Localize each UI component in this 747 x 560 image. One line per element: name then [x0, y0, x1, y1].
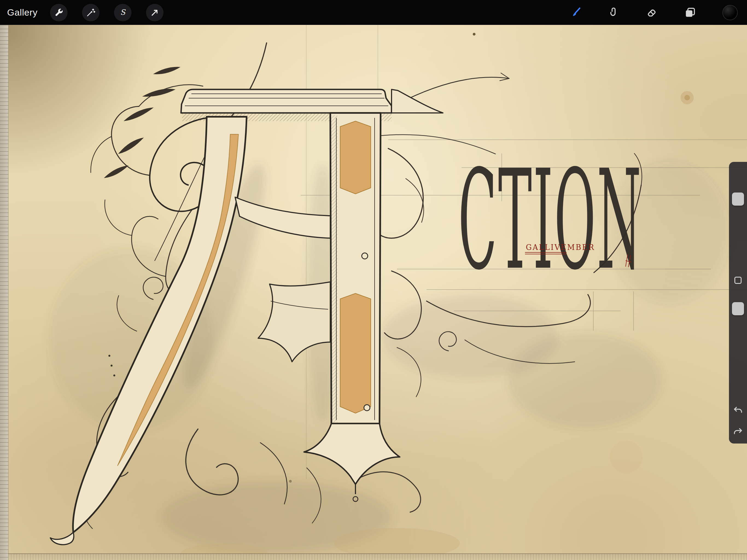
- right-tool-group: [569, 5, 738, 20]
- selection-s-icon: S: [118, 8, 128, 18]
- transform-button[interactable]: [146, 4, 163, 21]
- brush-size-slider[interactable]: [732, 193, 744, 206]
- lettering-ction-text: CTION: [458, 140, 642, 300]
- brush-icon: [569, 6, 581, 19]
- erase-button[interactable]: [646, 6, 658, 19]
- adjustments-button[interactable]: [82, 4, 100, 21]
- eraser-icon: [646, 6, 658, 19]
- top-toolbar: Gallery S: [0, 0, 747, 25]
- transform-arrow-icon: [150, 8, 160, 18]
- actions-button[interactable]: [50, 4, 68, 21]
- modify-button[interactable]: [735, 277, 742, 284]
- left-tool-group: S: [50, 4, 163, 21]
- svg-text:S: S: [120, 8, 126, 17]
- smudge-button[interactable]: [608, 6, 620, 19]
- paint-button[interactable]: [569, 6, 581, 19]
- redo-icon[interactable]: [732, 427, 744, 437]
- color-button[interactable]: [722, 5, 738, 20]
- paper-bottom-edge: [8, 554, 747, 560]
- smudge-finger-icon: [608, 6, 620, 19]
- gallery-button[interactable]: Gallery: [7, 7, 37, 18]
- credit-text: GALLIVEMBER: [526, 243, 595, 252]
- brush-opacity-slider[interactable]: [732, 302, 744, 315]
- drawing-canvas[interactable]: CTION GALLIVEMBER: [0, 25, 747, 560]
- layers-button[interactable]: [684, 6, 696, 19]
- wrench-icon: [54, 8, 64, 18]
- selection-button[interactable]: S: [114, 4, 131, 21]
- lettering-ction: CTION: [458, 140, 642, 300]
- magic-wand-icon: [86, 8, 96, 18]
- undo-icon[interactable]: [732, 405, 744, 416]
- brush-sidebar: [729, 162, 747, 443]
- layers-icon: [684, 6, 696, 19]
- canvas-artwork-svg: CTION GALLIVEMBER: [0, 25, 747, 560]
